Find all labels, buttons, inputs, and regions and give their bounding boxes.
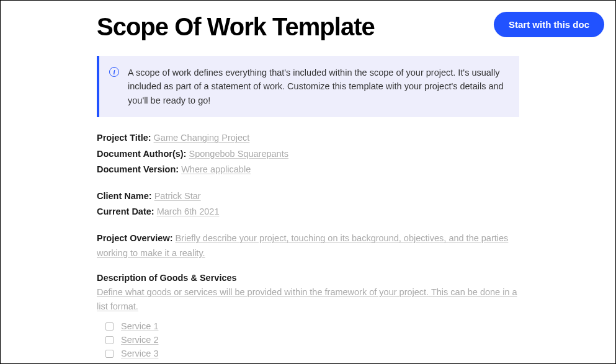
current-date-value[interactable]: March 6th 2021 — [157, 206, 220, 216]
header: Scope Of Work Template — [97, 13, 519, 40]
list-item: Service 3 — [105, 348, 519, 358]
authors-label: Document Author(s): — [97, 149, 186, 159]
current-date-label: Current Date: — [97, 206, 154, 216]
project-title-label: Project Title: — [97, 133, 151, 143]
overview-field[interactable]: Project Overview: Briefly describe your … — [97, 231, 519, 260]
document-body: Scope Of Work Template i A scope of work… — [1, 1, 615, 358]
project-title-field[interactable]: Project Title: Game Changing Project — [97, 131, 519, 145]
info-callout: i A scope of work defines everything tha… — [97, 56, 519, 117]
overview-label: Project Overview: — [97, 233, 173, 243]
version-label: Document Version: — [97, 164, 179, 174]
info-icon: i — [109, 67, 119, 77]
list-item: Service 1 — [105, 321, 519, 331]
service-label[interactable]: Service 2 — [121, 335, 158, 345]
version-value[interactable]: Where applicable — [181, 164, 251, 174]
client-name-value[interactable]: Patrick Star — [154, 191, 201, 201]
start-with-doc-button[interactable]: Start with this doc — [494, 12, 604, 37]
checkbox[interactable] — [105, 322, 114, 331]
page-title: Scope Of Work Template — [97, 13, 375, 40]
current-date-field[interactable]: Current Date: March 6th 2021 — [97, 205, 519, 219]
checkbox[interactable] — [105, 336, 114, 344]
service-label[interactable]: Service 3 — [121, 348, 158, 358]
service-label[interactable]: Service 1 — [121, 321, 158, 331]
project-title-value[interactable]: Game Changing Project — [154, 133, 250, 143]
goods-services-description[interactable]: Define what goods or services will be pr… — [97, 285, 519, 314]
client-name-label: Client Name: — [97, 191, 152, 201]
client-name-field[interactable]: Client Name: Patrick Star — [97, 189, 519, 203]
authors-field[interactable]: Document Author(s): Spongebob Squarepant… — [97, 147, 519, 161]
callout-text: A scope of work defines everything that'… — [128, 66, 507, 107]
authors-value[interactable]: Spongebob Squarepants — [189, 149, 288, 159]
checkbox[interactable] — [105, 350, 114, 358]
version-field[interactable]: Document Version: Where applicable — [97, 162, 519, 177]
goods-services-heading: Description of Goods & Services — [97, 273, 519, 283]
list-item: Service 2 — [105, 335, 519, 345]
services-checklist: Service 1 Service 2 Service 3 — [97, 321, 519, 358]
